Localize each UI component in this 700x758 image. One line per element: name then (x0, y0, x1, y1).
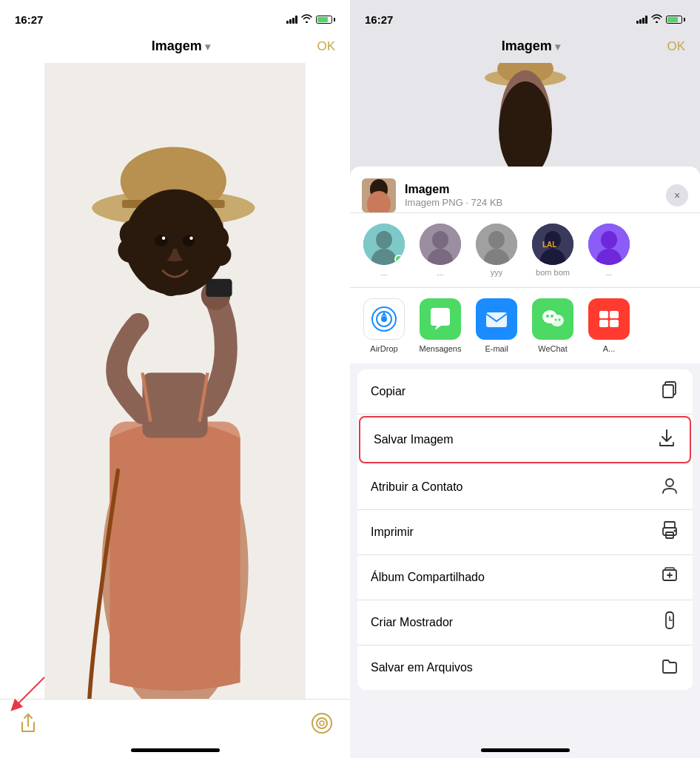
right-chevron-icon: ▾ (555, 41, 560, 53)
assign-contact-label: Atribuir a Contato (371, 480, 463, 494)
svg-rect-60 (599, 320, 608, 327)
svg-point-19 (182, 235, 195, 246)
svg-rect-63 (663, 385, 673, 398)
contact-row: ... ... (350, 212, 700, 287)
messages-label: Mensagens (420, 344, 462, 353)
svg-point-46 (601, 231, 617, 249)
shared-album-action[interactable]: Álbum Compartilhado (357, 555, 693, 600)
more-label: A... (603, 344, 616, 353)
assign-contact-icon (660, 475, 679, 499)
svg-rect-72 (667, 611, 672, 613)
svg-point-24 (320, 721, 324, 725)
svg-rect-70 (665, 568, 674, 570)
save-files-action[interactable]: Salvar em Arquivos (357, 645, 693, 690)
create-watchface-action[interactable]: Criar Mostrador (357, 600, 693, 645)
more-app-item[interactable]: A... (587, 298, 631, 353)
contact-item-4[interactable]: LAL bom bom (531, 224, 575, 277)
svg-rect-58 (599, 311, 608, 318)
copy-label: Copiar (371, 385, 405, 398)
close-button[interactable]: × (666, 184, 688, 207)
shared-album-icon (660, 566, 679, 589)
assign-contact-action[interactable]: Atribuir a Contato (357, 465, 693, 510)
copy-action[interactable]: Copiar (357, 369, 693, 415)
svg-point-18 (155, 235, 168, 246)
right-panel: 16:27 Imagem ▾ (350, 0, 700, 758)
contact-avatar-2 (420, 224, 461, 265)
chevron-down-icon: ▾ (205, 41, 210, 53)
contact-item-3[interactable]: yyy (474, 224, 519, 277)
contact-name-1: ... (380, 268, 387, 277)
share-thumbnail (362, 178, 396, 212)
right-signal-icon (636, 16, 647, 24)
contact-avatar-1 (363, 224, 405, 265)
contact-item-5[interactable]: ... (587, 224, 631, 277)
svg-rect-61 (610, 320, 619, 327)
contact-avatar-3 (476, 224, 517, 265)
svg-point-12 (118, 238, 142, 263)
airdrop-icon (363, 298, 405, 340)
right-nav-bar: Imagem ▾ OK (350, 33, 700, 63)
svg-rect-5 (206, 279, 232, 297)
left-status-icons (286, 14, 335, 25)
right-ok-button[interactable]: OK (667, 39, 685, 54)
wifi-icon (301, 14, 312, 25)
left-ok-button[interactable]: OK (317, 39, 335, 54)
right-status-icons (636, 14, 685, 25)
svg-point-23 (317, 718, 327, 728)
share-button[interactable] (18, 713, 38, 734)
woman-image (0, 63, 350, 699)
share-info: Imagem Imagem PNG · 724 KB (405, 183, 657, 208)
svg-text:LAL: LAL (542, 241, 556, 249)
contact-item-2[interactable]: ... (418, 224, 462, 277)
create-watchface-icon (660, 611, 679, 634)
wechat-app-item[interactable]: WeChat (531, 298, 575, 353)
right-time: 16:27 (365, 13, 393, 26)
left-nav-bar: Imagem ▾ OK (0, 33, 350, 63)
app-row: AirDrop Mensagens E-mai (350, 287, 700, 363)
messages-app-item[interactable]: Mensagens (418, 298, 462, 353)
airdrop-label: AirDrop (370, 344, 397, 353)
share-sheet: Imagem Imagem PNG · 724 KB × ... (350, 167, 700, 758)
image-peek (350, 63, 700, 167)
messages-icon (420, 298, 461, 340)
contact-name-5: ... (605, 268, 612, 277)
svg-point-21 (189, 237, 192, 240)
svg-rect-51 (486, 312, 507, 327)
contact-name-2: ... (437, 268, 443, 277)
left-status-bar: 16:27 (0, 0, 350, 33)
print-icon (660, 520, 679, 544)
contact-name-4: bom bom (536, 268, 570, 277)
right-nav-title: Imagem ▾ (502, 38, 560, 54)
sheet-divider (350, 363, 700, 369)
svg-point-36 (432, 231, 448, 249)
svg-point-20 (162, 237, 165, 240)
save-image-label: Salvar Imagem (374, 433, 454, 446)
save-image-action[interactable]: Salvar Imagem (359, 416, 691, 463)
print-action[interactable]: Imprimir (357, 510, 693, 555)
contact-name-3: yyy (491, 268, 503, 277)
action-list: Copiar Salvar Imagem (357, 369, 693, 690)
save-image-icon (657, 428, 676, 452)
svg-point-68 (674, 530, 676, 532)
share-header: Imagem Imagem PNG · 724 KB × (350, 167, 700, 212)
share-sheet-title: Imagem (405, 183, 657, 196)
home-indicator (131, 748, 220, 752)
svg-point-14 (209, 243, 232, 266)
wechat-icon (532, 298, 573, 340)
create-watchface-label: Criar Mostrador (371, 616, 453, 629)
left-time: 16:27 (15, 13, 43, 26)
online-indicator (394, 255, 403, 264)
right-status-bar: 16:27 (350, 0, 700, 33)
share-sheet-subtitle: Imagem PNG · 724 KB (405, 197, 657, 208)
svg-point-50 (381, 316, 387, 322)
contact-item-1[interactable]: ... (362, 224, 406, 277)
svg-rect-65 (664, 522, 675, 528)
image-area (0, 63, 350, 699)
mail-app-item[interactable]: E-mail (474, 298, 519, 353)
copy-icon (660, 380, 679, 403)
wechat-label: WeChat (538, 344, 568, 353)
airdrop-app-item[interactable]: AirDrop (362, 298, 406, 353)
edit-button[interactable] (312, 713, 332, 734)
svg-point-64 (666, 479, 673, 486)
contact-avatar-5 (588, 224, 630, 265)
